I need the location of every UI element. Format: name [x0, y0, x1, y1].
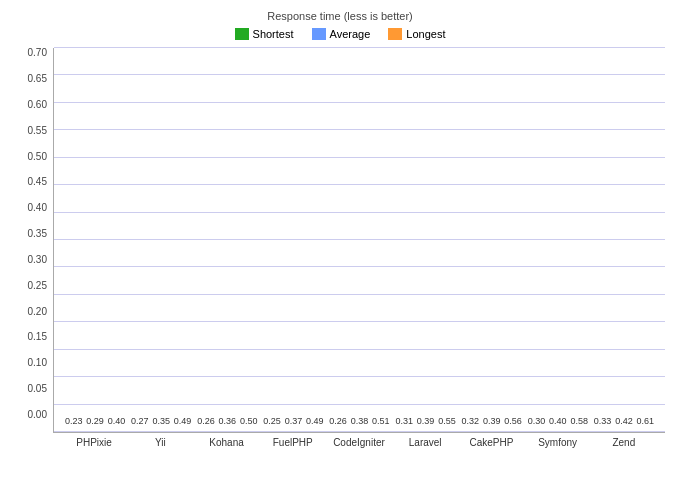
- x-axis-label: Symfony: [527, 437, 589, 448]
- grid-and-bars: 0.230.290.400.270.350.490.260.360.500.25…: [53, 48, 665, 433]
- y-axis-label: 0.30: [28, 255, 47, 265]
- y-axis-label: 0.55: [28, 126, 47, 136]
- y-axis-label: 0.00: [28, 410, 47, 420]
- bar-value-label: 0.39: [417, 416, 435, 426]
- bar-value-label: 0.27: [131, 416, 149, 426]
- legend-item: Shortest: [235, 28, 294, 40]
- bar-value-label: 0.37: [285, 416, 303, 426]
- legend-color-box: [388, 28, 402, 40]
- bar-value-label: 0.55: [438, 416, 456, 426]
- x-axis-label: Zend: [593, 437, 655, 448]
- bar-value-label: 0.51: [372, 416, 390, 426]
- bar-value-label: 0.23: [65, 416, 83, 426]
- legend: ShortestAverageLongest: [235, 28, 446, 40]
- y-axis-label: 0.70: [28, 48, 47, 58]
- x-axis-label: Yii: [129, 437, 191, 448]
- y-axis-label: 0.10: [28, 358, 47, 368]
- y-axis-label: 0.40: [28, 203, 47, 213]
- legend-item: Longest: [388, 28, 445, 40]
- legend-color-box: [312, 28, 326, 40]
- bar-value-label: 0.38: [351, 416, 369, 426]
- bars-container: 0.230.290.400.270.350.490.260.360.500.25…: [54, 48, 665, 432]
- x-labels: PHPixieYiiKohanaFuelPHPCodeIgniterLarave…: [53, 433, 665, 448]
- bar-value-label: 0.40: [108, 416, 126, 426]
- bar-value-label: 0.26: [197, 416, 215, 426]
- x-axis-label: CodeIgniter: [328, 437, 390, 448]
- bar-value-label: 0.56: [504, 416, 522, 426]
- bar-value-label: 0.33: [594, 416, 612, 426]
- bar-value-label: 0.29: [86, 416, 104, 426]
- bar-value-label: 0.32: [462, 416, 480, 426]
- x-axis-label: Kohana: [195, 437, 257, 448]
- plot-area: 0.230.290.400.270.350.490.260.360.500.25…: [53, 48, 665, 448]
- bar-value-label: 0.58: [570, 416, 588, 426]
- chart-area: 0.000.050.100.150.200.250.300.350.400.45…: [15, 48, 665, 448]
- bar-value-label: 0.40: [549, 416, 567, 426]
- bar-value-label: 0.39: [483, 416, 501, 426]
- bar-value-label: 0.35: [152, 416, 170, 426]
- y-axis-label: 0.45: [28, 177, 47, 187]
- legend-label: Shortest: [253, 28, 294, 40]
- y-axis-label: 0.65: [28, 74, 47, 84]
- bar-value-label: 0.50: [240, 416, 258, 426]
- bar-value-label: 0.26: [329, 416, 347, 426]
- y-axis-label: 0.05: [28, 384, 47, 394]
- bar-value-label: 0.30: [528, 416, 546, 426]
- bar-value-label: 0.36: [219, 416, 237, 426]
- chart-title: Response time (less is better): [267, 10, 413, 22]
- bar-value-label: 0.49: [306, 416, 324, 426]
- x-axis-label: FuelPHP: [262, 437, 324, 448]
- bar-value-label: 0.25: [263, 416, 281, 426]
- legend-item: Average: [312, 28, 371, 40]
- bar-value-label: 0.42: [615, 416, 633, 426]
- bar-value-label: 0.49: [174, 416, 192, 426]
- x-axis-label: CakePHP: [460, 437, 522, 448]
- x-axis-label: PHPixie: [63, 437, 125, 448]
- bar-value-label: 0.31: [395, 416, 413, 426]
- y-axis-label: 0.50: [28, 152, 47, 162]
- y-axis-label: 0.25: [28, 281, 47, 291]
- y-axis-label: 0.15: [28, 332, 47, 342]
- legend-color-box: [235, 28, 249, 40]
- legend-label: Average: [330, 28, 371, 40]
- x-axis-label: Laravel: [394, 437, 456, 448]
- y-axis-label: 0.20: [28, 307, 47, 317]
- y-axis-label: 0.60: [28, 100, 47, 110]
- bar-value-label: 0.61: [637, 416, 655, 426]
- legend-label: Longest: [406, 28, 445, 40]
- y-axis-label: 0.35: [28, 229, 47, 239]
- y-axis: 0.000.050.100.150.200.250.300.350.400.45…: [15, 48, 53, 448]
